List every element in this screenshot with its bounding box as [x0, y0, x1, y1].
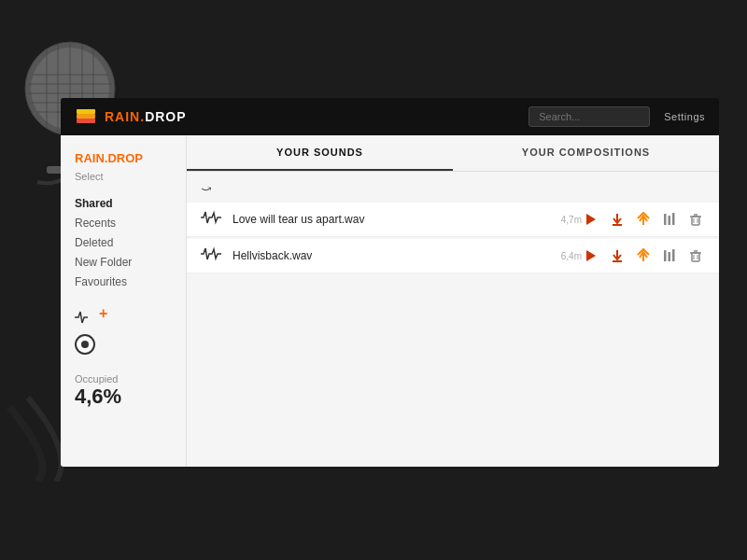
- sidebar-brand-text: RAIN.: [75, 151, 107, 165]
- logo-brand: RAIN.: [105, 109, 145, 124]
- svg-rect-22: [669, 216, 671, 225]
- plus-icon: +: [99, 306, 107, 321]
- track-indicator: ⤻: [187, 176, 719, 201]
- svg-rect-33: [664, 250, 667, 261]
- sidebar-item-favourites[interactable]: Favourites: [75, 274, 172, 289]
- logo-text: RAIN.DROP: [105, 109, 187, 124]
- file-waveform-icon: [201, 246, 221, 265]
- file-duration-2: 6,4m: [561, 251, 582, 261]
- play-button-1[interactable]: [582, 210, 600, 229]
- file-waveform-icon: [201, 210, 221, 229]
- logo-area: RAIN.DROP: [75, 105, 187, 128]
- file-actions-1: [582, 210, 705, 229]
- mixer-icon: [662, 248, 677, 263]
- waveform-add-icon: +: [75, 308, 107, 327]
- svg-rect-34: [669, 252, 671, 261]
- tab-compositions[interactable]: YOUR COMPOSITIONS: [453, 135, 719, 171]
- file-name-1: Love will tear us apart.wav: [233, 213, 556, 226]
- cursor-icon: ⤻: [201, 181, 212, 196]
- logo-icon: [75, 105, 97, 128]
- sidebar-actions: +: [75, 308, 172, 355]
- share-icon: [636, 248, 651, 263]
- trash-icon: [688, 212, 703, 227]
- file-row: Hellvisback.wav 6,4m: [187, 239, 719, 273]
- sidebar-item-recents[interactable]: Recents: [75, 216, 172, 231]
- record-button[interactable]: [75, 334, 95, 355]
- sidebar-nav: Shared Recents Deleted New Folder Favour…: [75, 196, 172, 289]
- topbar: RAIN.DROP Settings: [61, 98, 719, 135]
- mixer-button-1[interactable]: [660, 210, 679, 229]
- file-duration-1: 4,7m: [561, 215, 582, 225]
- record-icon: [75, 334, 95, 355]
- sidebar-item-deleted[interactable]: Deleted: [75, 235, 172, 250]
- play-icon: [584, 212, 599, 227]
- tab-sounds[interactable]: YOUR SOUNDS: [187, 135, 453, 171]
- svg-rect-35: [672, 249, 675, 261]
- svg-rect-36: [692, 253, 699, 261]
- share-icon: [636, 212, 651, 227]
- sidebar: RAIN.DROP Select Shared Recents Deleted …: [61, 135, 187, 467]
- sidebar-brand: RAIN.DROP: [75, 149, 172, 166]
- file-name-2: Hellvisback.wav: [233, 249, 556, 262]
- file-row: Love will tear us apart.wav 4,7m: [187, 203, 719, 237]
- svg-rect-24: [692, 217, 699, 225]
- download-icon: [610, 248, 625, 263]
- file-actions-2: [582, 246, 705, 265]
- logo-accent: DROP: [145, 109, 186, 124]
- share-button-2[interactable]: [634, 246, 653, 265]
- sidebar-item-shared[interactable]: Shared: [75, 196, 172, 211]
- mixer-button-2[interactable]: [660, 246, 679, 265]
- svg-marker-29: [586, 250, 596, 261]
- share-button-1[interactable]: [634, 210, 653, 229]
- download-icon: [610, 212, 625, 227]
- delete-button-1[interactable]: [686, 210, 705, 229]
- occupied-label: Occupied: [75, 373, 172, 385]
- occupied-section: Occupied 4,6%: [75, 369, 172, 409]
- sidebar-select-label: Select: [75, 171, 172, 182]
- svg-marker-17: [586, 214, 596, 225]
- download-button-1[interactable]: [608, 210, 627, 229]
- play-button-2[interactable]: [582, 246, 600, 265]
- main-container: RAIN.DROP Select Shared Recents Deleted …: [61, 135, 719, 467]
- download-button-2[interactable]: [608, 246, 627, 265]
- svg-rect-21: [664, 214, 667, 225]
- play-icon: [584, 248, 599, 263]
- sidebar-brand-accent: DROP: [107, 151, 143, 165]
- sidebar-item-new-folder[interactable]: New Folder: [75, 255, 172, 270]
- add-sound-button[interactable]: +: [75, 308, 107, 327]
- mixer-icon: [662, 212, 677, 227]
- settings-button[interactable]: Settings: [664, 111, 705, 122]
- search-input[interactable]: [529, 106, 650, 127]
- svg-rect-14: [77, 119, 95, 123]
- tabs: YOUR SOUNDS YOUR COMPOSITIONS: [187, 135, 719, 172]
- delete-button-2[interactable]: [686, 246, 705, 265]
- tab-content: ⤻ Love will tear us apart.wav 4,7m: [187, 172, 719, 467]
- svg-rect-23: [672, 213, 675, 225]
- content-area: YOUR SOUNDS YOUR COMPOSITIONS ⤻ Love wil…: [187, 135, 719, 467]
- occupied-value: 4,6%: [75, 385, 172, 409]
- svg-rect-15: [77, 114, 95, 119]
- trash-icon: [688, 248, 703, 263]
- svg-rect-16: [77, 109, 95, 114]
